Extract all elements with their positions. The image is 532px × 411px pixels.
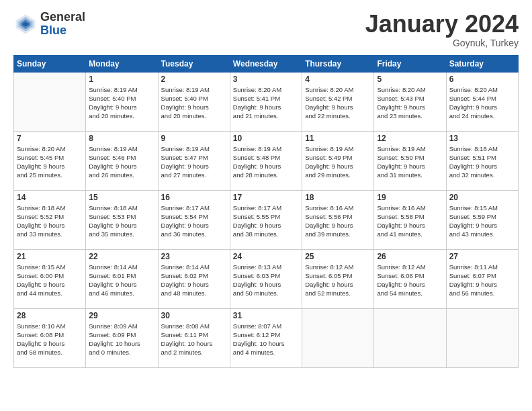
day-number: 8	[89, 134, 154, 143]
location: Goynuk, Turkey	[365, 38, 519, 48]
day-number: 5	[377, 75, 443, 84]
calendar-cell: 31Sunrise: 8:07 AMSunset: 6:12 PMDayligh…	[230, 308, 302, 367]
weekday-header-tuesday: Tuesday	[158, 55, 230, 72]
day-info: Sunrise: 8:08 AMSunset: 6:11 PMDaylight:…	[161, 322, 227, 357]
calendar-cell: 23Sunrise: 8:14 AMSunset: 6:02 PMDayligh…	[158, 249, 230, 308]
day-number: 9	[161, 134, 227, 143]
logo-blue-text: Blue	[40, 24, 85, 38]
day-info: Sunrise: 8:15 AMSunset: 5:59 PMDaylight:…	[449, 203, 515, 239]
day-info: Sunrise: 8:20 AMSunset: 5:45 PMDaylight:…	[17, 144, 83, 180]
day-number: 13	[449, 134, 515, 143]
calendar-table: SundayMondayTuesdayWednesdayThursdayFrid…	[13, 55, 519, 368]
day-number: 16	[161, 193, 227, 202]
calendar-cell: 22Sunrise: 8:14 AMSunset: 6:01 PMDayligh…	[86, 249, 158, 308]
day-info: Sunrise: 8:19 AMSunset: 5:48 PMDaylight:…	[233, 144, 299, 180]
calendar-cell: 3Sunrise: 8:20 AMSunset: 5:41 PMDaylight…	[230, 72, 302, 131]
calendar-cell: 9Sunrise: 8:19 AMSunset: 5:47 PMDaylight…	[158, 131, 230, 190]
weekday-header-thursday: Thursday	[302, 55, 374, 72]
calendar-week-3: 14Sunrise: 8:18 AMSunset: 5:52 PMDayligh…	[14, 190, 519, 249]
calendar-cell: 24Sunrise: 8:13 AMSunset: 6:03 PMDayligh…	[230, 249, 302, 308]
day-number: 21	[17, 252, 83, 261]
day-number: 10	[233, 134, 299, 143]
calendar-cell: 1Sunrise: 8:19 AMSunset: 5:40 PMDaylight…	[86, 72, 158, 131]
day-info: Sunrise: 8:20 AMSunset: 5:42 PMDaylight:…	[305, 85, 371, 121]
day-info: Sunrise: 8:18 AMSunset: 5:52 PMDaylight:…	[17, 203, 83, 239]
day-number: 18	[305, 193, 371, 202]
day-number: 30	[161, 311, 227, 320]
calendar-cell: 12Sunrise: 8:19 AMSunset: 5:50 PMDayligh…	[374, 131, 446, 190]
day-number: 29	[89, 311, 154, 320]
day-number: 11	[305, 134, 371, 143]
calendar-cell: 28Sunrise: 8:10 AMSunset: 6:08 PMDayligh…	[14, 308, 86, 367]
calendar-week-4: 21Sunrise: 8:15 AMSunset: 6:00 PMDayligh…	[14, 249, 519, 308]
weekday-header-saturday: Saturday	[446, 55, 518, 72]
calendar-cell: 29Sunrise: 8:09 AMSunset: 6:09 PMDayligh…	[86, 308, 158, 367]
page: General Blue January 2024 Goynuk, Turkey…	[0, 0, 532, 411]
day-number: 1	[89, 75, 154, 84]
calendar-cell: 4Sunrise: 8:20 AMSunset: 5:42 PMDaylight…	[302, 72, 374, 131]
calendar-cell: 20Sunrise: 8:15 AMSunset: 5:59 PMDayligh…	[446, 190, 518, 249]
day-number: 2	[161, 75, 227, 84]
logo-text: General Blue	[40, 11, 85, 38]
day-number: 28	[17, 311, 83, 320]
day-number: 31	[233, 311, 299, 320]
weekday-header-monday: Monday	[86, 55, 158, 72]
weekday-header-sunday: Sunday	[14, 55, 86, 72]
calendar-week-2: 7Sunrise: 8:20 AMSunset: 5:45 PMDaylight…	[14, 131, 519, 190]
calendar-cell: 14Sunrise: 8:18 AMSunset: 5:52 PMDayligh…	[14, 190, 86, 249]
day-info: Sunrise: 8:18 AMSunset: 5:51 PMDaylight:…	[449, 144, 515, 180]
day-info: Sunrise: 8:19 AMSunset: 5:40 PMDaylight:…	[161, 85, 227, 121]
calendar-cell: 15Sunrise: 8:18 AMSunset: 5:53 PMDayligh…	[86, 190, 158, 249]
calendar-cell: 13Sunrise: 8:18 AMSunset: 5:51 PMDayligh…	[446, 131, 518, 190]
calendar-cell: 19Sunrise: 8:16 AMSunset: 5:58 PMDayligh…	[374, 190, 446, 249]
day-info: Sunrise: 8:16 AMSunset: 5:56 PMDaylight:…	[305, 203, 371, 239]
day-info: Sunrise: 8:19 AMSunset: 5:40 PMDaylight:…	[89, 85, 154, 121]
day-info: Sunrise: 8:11 AMSunset: 6:07 PMDaylight:…	[449, 263, 515, 298]
calendar-cell: 30Sunrise: 8:08 AMSunset: 6:11 PMDayligh…	[158, 308, 230, 367]
calendar-cell	[302, 308, 374, 367]
day-info: Sunrise: 8:10 AMSunset: 6:08 PMDaylight:…	[17, 322, 83, 357]
calendar-cell: 10Sunrise: 8:19 AMSunset: 5:48 PMDayligh…	[230, 131, 302, 190]
calendar-cell: 18Sunrise: 8:16 AMSunset: 5:56 PMDayligh…	[302, 190, 374, 249]
month-title: January 2024	[365, 11, 519, 38]
title-block: January 2024 Goynuk, Turkey	[365, 11, 519, 48]
day-number: 19	[377, 193, 443, 202]
day-info: Sunrise: 8:20 AMSunset: 5:44 PMDaylight:…	[449, 85, 515, 121]
calendar-cell: 16Sunrise: 8:17 AMSunset: 5:54 PMDayligh…	[158, 190, 230, 249]
day-number: 17	[233, 193, 299, 202]
day-number: 27	[449, 252, 515, 261]
logo: General Blue	[13, 11, 85, 38]
logo-general-text: General	[40, 11, 85, 24]
calendar-cell: 27Sunrise: 8:11 AMSunset: 6:07 PMDayligh…	[446, 249, 518, 308]
weekday-header-wednesday: Wednesday	[230, 55, 302, 72]
day-info: Sunrise: 8:16 AMSunset: 5:58 PMDaylight:…	[377, 203, 443, 239]
day-info: Sunrise: 8:07 AMSunset: 6:12 PMDaylight:…	[233, 322, 299, 357]
day-number: 26	[377, 252, 443, 261]
day-number: 24	[233, 252, 299, 261]
day-info: Sunrise: 8:14 AMSunset: 6:01 PMDaylight:…	[89, 263, 154, 298]
header: General Blue January 2024 Goynuk, Turkey	[13, 11, 519, 48]
calendar-cell	[374, 308, 446, 367]
logo-icon	[13, 12, 38, 36]
day-number: 20	[449, 193, 515, 202]
day-number: 3	[233, 75, 299, 84]
weekday-header-friday: Friday	[374, 55, 446, 72]
day-info: Sunrise: 8:14 AMSunset: 6:02 PMDaylight:…	[161, 263, 227, 298]
day-number: 25	[305, 252, 371, 261]
day-info: Sunrise: 8:12 AMSunset: 6:06 PMDaylight:…	[377, 263, 443, 298]
day-info: Sunrise: 8:20 AMSunset: 5:43 PMDaylight:…	[377, 85, 443, 121]
day-info: Sunrise: 8:19 AMSunset: 5:46 PMDaylight:…	[89, 144, 154, 180]
calendar-cell: 21Sunrise: 8:15 AMSunset: 6:00 PMDayligh…	[14, 249, 86, 308]
calendar-cell: 7Sunrise: 8:20 AMSunset: 5:45 PMDaylight…	[14, 131, 86, 190]
calendar-cell: 11Sunrise: 8:19 AMSunset: 5:49 PMDayligh…	[302, 131, 374, 190]
calendar-cell: 25Sunrise: 8:12 AMSunset: 6:05 PMDayligh…	[302, 249, 374, 308]
calendar-cell: 17Sunrise: 8:17 AMSunset: 5:55 PMDayligh…	[230, 190, 302, 249]
calendar-week-5: 28Sunrise: 8:10 AMSunset: 6:08 PMDayligh…	[14, 308, 519, 367]
day-number: 15	[89, 193, 154, 202]
day-info: Sunrise: 8:20 AMSunset: 5:41 PMDaylight:…	[233, 85, 299, 121]
day-info: Sunrise: 8:17 AMSunset: 5:55 PMDaylight:…	[233, 203, 299, 239]
day-info: Sunrise: 8:09 AMSunset: 6:09 PMDaylight:…	[89, 322, 154, 357]
calendar-cell: 6Sunrise: 8:20 AMSunset: 5:44 PMDaylight…	[446, 72, 518, 131]
calendar-cell: 2Sunrise: 8:19 AMSunset: 5:40 PMDaylight…	[158, 72, 230, 131]
day-info: Sunrise: 8:15 AMSunset: 6:00 PMDaylight:…	[17, 263, 83, 298]
